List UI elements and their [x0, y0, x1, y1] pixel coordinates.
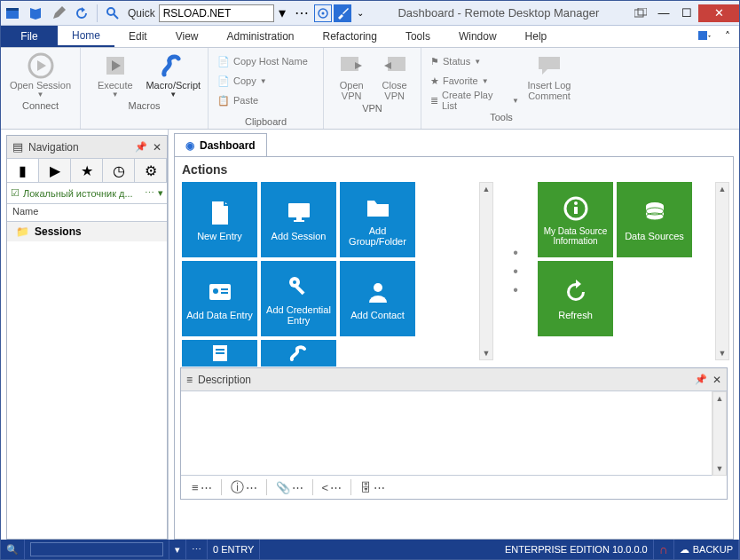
dashboard-icon: ◉: [185, 139, 194, 152]
collapse-ribbon-icon[interactable]: ˄: [716, 26, 739, 47]
clock-icon: ◷: [113, 162, 125, 179]
open-session-button[interactable]: Open Session ▼: [9, 51, 73, 99]
blue-scrollbar[interactable]: ▲▼: [479, 182, 493, 360]
more-icon[interactable]: ⋯: [145, 187, 154, 199]
tab-administration[interactable]: Administration: [213, 26, 309, 47]
svg-point-5: [321, 12, 324, 14]
tile-add-data-entry[interactable]: Add Data Entry: [182, 261, 257, 336]
quick-input[interactable]: [159, 4, 274, 22]
tile-info[interactable]: My Data Source Information: [538, 182, 613, 257]
quick-label: Quick: [128, 7, 155, 20]
open-vpn-button[interactable]: Open VPN: [329, 51, 374, 101]
tile-extra-1[interactable]: [182, 340, 257, 367]
status-magnet[interactable]: ∩: [654, 540, 674, 559]
execute-button[interactable]: Execute▼: [86, 51, 145, 99]
nav-tab-recent[interactable]: ◷: [103, 159, 135, 182]
database-icon: [641, 199, 669, 227]
close-vpn-button[interactable]: Close VPN: [374, 51, 415, 101]
svg-rect-28: [574, 207, 578, 214]
desc-tool-db[interactable]: 🗄⋯: [355, 477, 390, 497]
status-more[interactable]: ⋯: [186, 540, 208, 559]
copy-host-button[interactable]: 📄Copy Host Name: [214, 51, 318, 71]
quick-dropdown-icon[interactable]: ▾: [275, 3, 289, 24]
svg-rect-26: [216, 352, 224, 354]
search-icon: 🔍: [6, 544, 19, 556]
tile-extra-2[interactable]: [261, 340, 336, 367]
desc-tool-share[interactable]: <⋯: [317, 477, 348, 497]
tab-home[interactable]: Home: [58, 26, 114, 47]
status-button[interactable]: ⚑Status▼: [427, 51, 523, 71]
tab-tools[interactable]: Tools: [391, 26, 445, 47]
book-icon[interactable]: [25, 3, 46, 24]
playlist-button[interactable]: ≣Create Play List▼: [427, 91, 523, 110]
tile-new-entry[interactable]: New Entry: [182, 182, 257, 257]
info-icon: [562, 194, 590, 223]
desc-tool-info[interactable]: ⓘ⋯: [225, 477, 263, 497]
list-icon: ▤: [12, 140, 23, 154]
close-icon[interactable]: ✕: [153, 141, 161, 154]
tile-add-credential[interactable]: Add Credential Entry: [261, 261, 336, 336]
svg-rect-22: [295, 285, 304, 295]
execute-icon: [101, 51, 130, 80]
pin-icon[interactable]: 📌: [135, 141, 147, 153]
tab-help[interactable]: Help: [511, 26, 562, 47]
nav-tab-play[interactable]: ▶: [39, 159, 71, 182]
window-icon-1[interactable]: [2, 3, 23, 24]
minimize-button[interactable]: —: [652, 4, 675, 22]
tile-add-contact[interactable]: Add Contact: [340, 261, 415, 336]
copy-button[interactable]: 📄Copy▼: [214, 71, 318, 91]
file-menu[interactable]: File: [1, 26, 58, 47]
flag-icon: ⚑: [430, 56, 439, 67]
svg-point-29: [574, 201, 578, 205]
search-icon[interactable]: [102, 3, 123, 24]
status-dropdown[interactable]: ▾: [169, 540, 186, 559]
maximize-button[interactable]: ☐: [675, 4, 698, 22]
tree-item-sessions[interactable]: 📁 Sessions: [7, 222, 167, 241]
monitor-icon: [285, 199, 313, 227]
actions-title: Actions: [175, 157, 733, 182]
favorite-button[interactable]: ★Favorite▼: [427, 71, 523, 91]
status-search-input[interactable]: [30, 542, 163, 556]
desc-tool-list[interactable]: ≡⋯: [186, 477, 217, 497]
green-scrollbar[interactable]: ▲▼: [715, 182, 729, 360]
tab-refactoring[interactable]: Refactoring: [309, 26, 391, 47]
tile-add-group[interactable]: Add Group/Folder: [340, 182, 415, 257]
paste-button[interactable]: 📋Paste: [214, 91, 318, 110]
macro-script-button[interactable]: Macro/Script▼: [145, 51, 203, 99]
dashboard-tab[interactable]: ◉ Dashboard: [174, 133, 267, 156]
source-name[interactable]: Локальный источник д...: [23, 188, 141, 199]
svg-rect-7: [638, 8, 647, 15]
quick-more-icon[interactable]: ⋯: [291, 3, 312, 24]
checkbox-icon[interactable]: ☑: [11, 187, 20, 199]
tab-edit[interactable]: Edit: [114, 26, 161, 47]
switch-window-icon[interactable]: [629, 4, 652, 22]
pencil-icon[interactable]: [48, 3, 69, 24]
target-icon[interactable]: [314, 4, 332, 22]
brush-icon[interactable]: [334, 4, 351, 22]
overflow-icon[interactable]: ⌄: [353, 3, 367, 24]
tab-window[interactable]: Window: [445, 26, 511, 47]
dropdown-icon[interactable]: ▾: [158, 187, 163, 199]
tile-add-session[interactable]: Add Session: [261, 182, 336, 257]
svg-rect-25: [216, 349, 224, 351]
tile-refresh[interactable]: Refresh: [538, 261, 613, 336]
svg-rect-14: [296, 217, 302, 220]
insert-log-button[interactable]: Insert Log Comment: [523, 51, 576, 110]
nav-tab-settings[interactable]: ⚙: [135, 159, 167, 182]
desc-tool-attach[interactable]: 📎⋯: [271, 477, 309, 497]
tab-view[interactable]: View: [161, 26, 213, 47]
desc-scrollbar[interactable]: ▲▼: [712, 391, 727, 476]
nav-tab-list[interactable]: ▮: [7, 159, 39, 182]
pin-icon[interactable]: 📌: [695, 374, 707, 385]
style-dropdown-icon[interactable]: [693, 26, 716, 47]
tree-col-name[interactable]: Name: [7, 204, 167, 222]
star-icon: ★: [81, 162, 93, 179]
status-search[interactable]: 🔍: [1, 540, 25, 559]
close-icon[interactable]: ✕: [712, 374, 721, 386]
close-button[interactable]: ✕: [698, 4, 739, 22]
status-backup[interactable]: ☁BACKUP: [674, 540, 739, 559]
refresh-icon[interactable]: [71, 3, 92, 24]
nav-tab-fav[interactable]: ★: [71, 159, 103, 182]
star-icon: ★: [430, 75, 439, 87]
tile-data-sources[interactable]: Data Sources: [617, 182, 692, 257]
